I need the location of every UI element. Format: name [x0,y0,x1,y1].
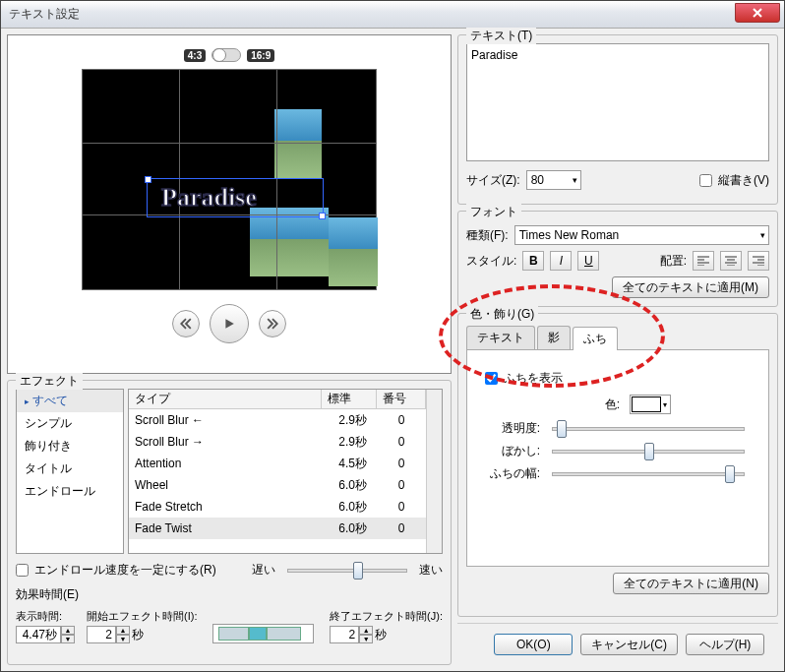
category-item[interactable]: シンプル [17,412,123,435]
dialog-body: 4:3 16:9 Paradise [1,29,784,671]
effect-row: Wheel6.0秒0 [129,474,426,496]
start-effect-input[interactable] [87,626,116,643]
prev-icon [180,318,192,330]
color-group: 色・飾り(G) テキスト 影 ふち ふちを表示 色: [457,313,778,617]
window-title: テキスト設定 [9,6,735,23]
start-effect-col: 開始エフェクト時間(I): ▲▼ 秒 [87,609,197,643]
text-group: テキスト(T) サイズ(Z): 80 縦書き(V) [457,34,778,205]
cancel-button[interactable]: キャンセル(C) [580,634,678,655]
effect-row: Fade Twist6.0秒0 [129,518,426,539]
text-input[interactable] [466,43,769,161]
preview-image [274,109,322,178]
color-picker[interactable] [630,395,671,414]
blur-slider[interactable] [552,450,745,454]
font-combo[interactable]: Times New Roman [514,225,769,245]
display-time-col: 表示時間: ▲▼ [16,609,75,643]
spin-down-icon: ▼ [61,635,75,643]
start-effect-label: 開始エフェクト時間(I): [87,609,197,624]
effect-scrollbar[interactable] [426,390,442,553]
next-icon [267,318,278,330]
col-standard[interactable]: 標準 [322,390,377,408]
duration-label: 効果時間(E) [16,586,443,603]
opacity-slider[interactable] [552,427,745,431]
preview-text-overlay[interactable]: Paradise [161,183,257,213]
align-center-icon [725,256,737,266]
effect-group-label: エフェクト [16,373,83,390]
bold-button[interactable]: B [522,251,544,271]
effect-table-header: タイプ 標準 番号 [129,390,426,409]
dialog-footer: OK(O) キャンセル(C) ヘルプ(H) [457,623,778,665]
show-border-checkbox[interactable] [485,372,498,385]
display-time-label: 表示時間: [16,609,75,624]
align-right-icon [753,256,764,266]
slow-label: 遅い [252,562,275,579]
col-type[interactable]: タイプ [129,390,322,408]
align-right-button[interactable] [748,251,769,271]
play-icon [223,318,235,330]
tab-text[interactable]: テキスト [466,326,535,349]
speed-slider[interactable] [287,569,407,573]
end-effect-input[interactable] [330,626,359,643]
category-item[interactable]: 飾り付き [17,435,123,458]
sec-label: 秒 [132,627,144,643]
font-type-label: 種類(F): [466,227,509,244]
display-time-spinner: ▲▼ [16,626,75,643]
spin-buttons[interactable]: ▲▼ [116,626,130,643]
col-number[interactable]: 番号 [377,390,426,408]
color-group-label: 色・飾り(G) [466,306,538,323]
sec-label: 秒 [375,627,387,643]
color-label: 色: [565,397,620,413]
close-icon [753,8,762,18]
apply-font-all-button[interactable]: 全てのテキストに適用(M) [612,276,769,298]
apply-color-all-button[interactable]: 全てのテキストに適用(N) [613,573,769,594]
align-left-button[interactable] [693,251,714,271]
category-item[interactable]: エンドロール [17,480,123,503]
end-effect-col: 終了エフェクト時間(J): ▲▼ 秒 [330,609,443,643]
opacity-label: 透明度: [485,420,540,437]
border-width-slider[interactable] [552,472,745,476]
spin-buttons[interactable]: ▲▼ [61,626,75,643]
effect-category-list[interactable]: すべて シンプル 飾り付き タイトル エンドロール [16,389,124,554]
preview-panel: 4:3 16:9 Paradise [7,34,452,374]
size-row: サイズ(Z): 80 縦書き(V) [466,170,769,190]
display-time-input[interactable] [16,626,61,643]
effect-timeline[interactable] [212,624,314,643]
play-button[interactable] [210,304,249,343]
endroll-checkbox[interactable] [16,564,29,577]
underline-button[interactable]: U [577,251,599,271]
ratio-4-3: 4:3 [184,49,206,62]
effect-group: エフェクト すべて シンプル 飾り付き タイトル エンドロール タイプ [7,380,452,665]
duration-row: 表示時間: ▲▼ 開始エフェクト時間(I): ▲▼ 秒 [16,609,443,643]
ok-button[interactable]: OK(O) [494,634,573,655]
align-left-icon [697,256,709,266]
prev-button[interactable] [172,310,200,337]
style-label: スタイル: [466,253,516,270]
align-label: 配置: [660,253,687,270]
tab-border[interactable]: ふち [573,327,618,350]
endroll-row: エンドロール速度を一定にする(R) 遅い 速い [16,562,443,579]
ratio-toggle[interactable] [211,48,241,62]
effect-row: Attention4.5秒0 [129,453,426,474]
effect-row: Scroll Blur →2.9秒0 [129,431,426,453]
effect-row: Fade Stretch6.0秒0 [129,496,426,518]
preview-image [329,217,378,286]
align-center-button[interactable] [720,251,742,271]
close-button[interactable] [735,3,780,23]
italic-button[interactable]: I [550,251,572,271]
dialog-window: テキスト設定 4:3 16:9 [0,0,785,672]
tab-shadow[interactable]: 影 [537,326,571,349]
effect-table-body[interactable]: Scroll Blur ←2.9秒0 Scroll Blur →2.9秒0 At… [129,409,426,553]
playback-controls [172,304,286,343]
size-combo[interactable]: 80 [526,170,581,190]
vertical-checkbox[interactable] [699,174,712,187]
right-pane: テキスト(T) サイズ(Z): 80 縦書き(V) フォント 種類(F): Ti… [457,34,778,665]
font-group: フォント 種類(F): Times New Roman スタイル: B I U … [457,211,778,307]
category-item[interactable]: タイトル [17,458,123,480]
category-item[interactable]: すべて [17,390,123,412]
help-button[interactable]: ヘルプ(H) [686,634,764,655]
effect-row: Scroll Blur ←2.9秒0 [129,409,426,431]
next-button[interactable] [259,310,286,337]
spin-buttons[interactable]: ▲▼ [359,626,373,643]
titlebar: テキスト設定 [1,1,784,29]
preview-canvas[interactable]: Paradise [82,69,377,290]
